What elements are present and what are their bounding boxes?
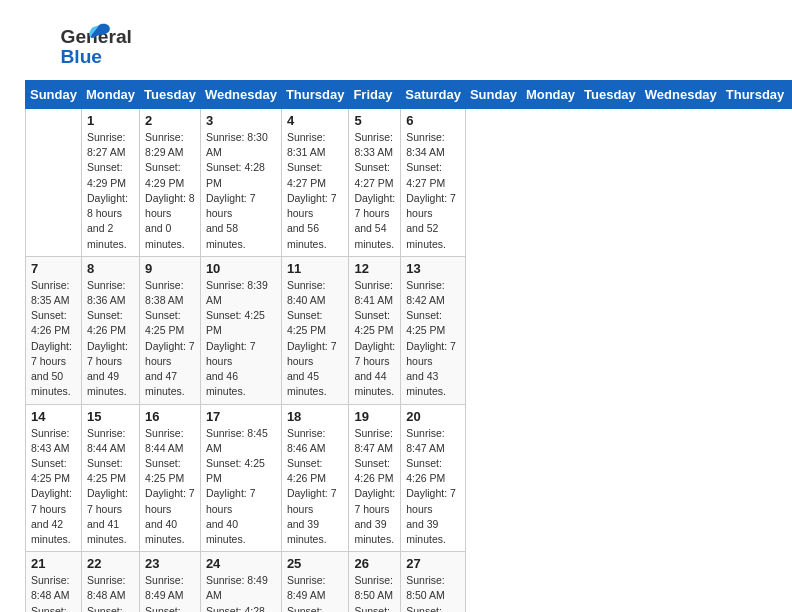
calendar-cell: 14Sunrise: 8:43 AMSunset: 4:25 PMDayligh… — [26, 404, 82, 552]
calendar-cell: 13Sunrise: 8:42 AMSunset: 4:25 PMDayligh… — [401, 256, 466, 404]
day-info: Sunrise: 8:33 AMSunset: 4:27 PMDaylight:… — [354, 130, 395, 252]
day-info: Sunrise: 8:36 AMSunset: 4:26 PMDaylight:… — [87, 278, 134, 400]
calendar-table: SundayMondayTuesdayWednesdayThursdayFrid… — [25, 80, 792, 612]
day-number: 8 — [87, 261, 134, 276]
calendar-cell: 19Sunrise: 8:47 AMSunset: 4:26 PMDayligh… — [349, 404, 401, 552]
day-number: 21 — [31, 556, 76, 571]
day-info: Sunrise: 8:34 AMSunset: 4:27 PMDaylight:… — [406, 130, 460, 252]
calendar-cell: 9Sunrise: 8:38 AMSunset: 4:25 PMDaylight… — [140, 256, 201, 404]
day-of-week-header: Friday — [349, 81, 401, 109]
day-of-week-header: Sunday — [26, 81, 82, 109]
day-info: Sunrise: 8:49 AMSunset: 4:29 PMDaylight:… — [287, 573, 344, 612]
day-of-week-header: Wednesday — [200, 81, 281, 109]
day-number: 10 — [206, 261, 276, 276]
calendar-cell: 18Sunrise: 8:46 AMSunset: 4:26 PMDayligh… — [281, 404, 349, 552]
day-number: 27 — [406, 556, 460, 571]
calendar-cell: 3Sunrise: 8:30 AMSunset: 4:28 PMDaylight… — [200, 109, 281, 257]
weekday-header: Thursday — [721, 81, 789, 109]
calendar-week-row: 14Sunrise: 8:43 AMSunset: 4:25 PMDayligh… — [26, 404, 793, 552]
weekday-header: Sunday — [465, 81, 521, 109]
day-number: 14 — [31, 409, 76, 424]
day-number: 20 — [406, 409, 460, 424]
weekday-header: Wednesday — [640, 81, 721, 109]
calendar-cell: 20Sunrise: 8:47 AMSunset: 4:26 PMDayligh… — [401, 404, 466, 552]
day-info: Sunrise: 8:49 AMSunset: 4:28 PMDaylight:… — [145, 573, 195, 612]
calendar-header-row: SundayMondayTuesdayWednesdayThursdayFrid… — [26, 81, 793, 109]
calendar-cell: 11Sunrise: 8:40 AMSunset: 4:25 PMDayligh… — [281, 256, 349, 404]
day-number: 11 — [287, 261, 344, 276]
weekday-header: Monday — [521, 81, 579, 109]
day-info: Sunrise: 8:47 AMSunset: 4:26 PMDaylight:… — [406, 426, 460, 548]
day-info: Sunrise: 8:43 AMSunset: 4:25 PMDaylight:… — [31, 426, 76, 548]
day-number: 22 — [87, 556, 134, 571]
day-info: Sunrise: 8:41 AMSunset: 4:25 PMDaylight:… — [354, 278, 395, 400]
day-info: Sunrise: 8:44 AMSunset: 4:25 PMDaylight:… — [145, 426, 195, 548]
day-number: 19 — [354, 409, 395, 424]
calendar-cell: 21Sunrise: 8:48 AMSunset: 4:27 PMDayligh… — [26, 552, 82, 612]
day-number: 2 — [145, 113, 195, 128]
day-number: 9 — [145, 261, 195, 276]
calendar-cell: 27Sunrise: 8:50 AMSunset: 4:31 PMDayligh… — [401, 552, 466, 612]
day-info: Sunrise: 8:27 AMSunset: 4:29 PMDaylight:… — [87, 130, 134, 252]
day-info: Sunrise: 8:48 AMSunset: 4:27 PMDaylight:… — [31, 573, 76, 612]
calendar-cell: 15Sunrise: 8:44 AMSunset: 4:25 PMDayligh… — [81, 404, 139, 552]
calendar-cell: 16Sunrise: 8:44 AMSunset: 4:25 PMDayligh… — [140, 404, 201, 552]
day-number: 15 — [87, 409, 134, 424]
day-number: 3 — [206, 113, 276, 128]
day-number: 7 — [31, 261, 76, 276]
calendar-cell: 17Sunrise: 8:45 AMSunset: 4:25 PMDayligh… — [200, 404, 281, 552]
day-info: Sunrise: 8:30 AMSunset: 4:28 PMDaylight:… — [206, 130, 276, 252]
logo: General Blue — [25, 20, 145, 72]
day-info: Sunrise: 8:49 AMSunset: 4:28 PMDaylight:… — [206, 573, 276, 612]
calendar-cell: 4Sunrise: 8:31 AMSunset: 4:27 PMDaylight… — [281, 109, 349, 257]
day-info: Sunrise: 8:44 AMSunset: 4:25 PMDaylight:… — [87, 426, 134, 548]
day-number: 24 — [206, 556, 276, 571]
day-info: Sunrise: 8:38 AMSunset: 4:25 PMDaylight:… — [145, 278, 195, 400]
calendar-cell: 1Sunrise: 8:27 AMSunset: 4:29 PMDaylight… — [81, 109, 139, 257]
day-number: 6 — [406, 113, 460, 128]
page-header: General Blue — [25, 20, 767, 72]
day-number: 25 — [287, 556, 344, 571]
calendar-cell: 10Sunrise: 8:39 AMSunset: 4:25 PMDayligh… — [200, 256, 281, 404]
day-number: 5 — [354, 113, 395, 128]
day-number: 13 — [406, 261, 460, 276]
day-info: Sunrise: 8:29 AMSunset: 4:29 PMDaylight:… — [145, 130, 195, 252]
calendar-cell: 12Sunrise: 8:41 AMSunset: 4:25 PMDayligh… — [349, 256, 401, 404]
day-number: 17 — [206, 409, 276, 424]
calendar-week-row: 1Sunrise: 8:27 AMSunset: 4:29 PMDaylight… — [26, 109, 793, 257]
day-info: Sunrise: 8:46 AMSunset: 4:26 PMDaylight:… — [287, 426, 344, 548]
svg-text:Blue: Blue — [60, 46, 102, 67]
calendar-cell: 6Sunrise: 8:34 AMSunset: 4:27 PMDaylight… — [401, 109, 466, 257]
day-number: 1 — [87, 113, 134, 128]
logo-icon: General Blue — [25, 20, 145, 72]
calendar-cell: 25Sunrise: 8:49 AMSunset: 4:29 PMDayligh… — [281, 552, 349, 612]
calendar-cell: 24Sunrise: 8:49 AMSunset: 4:28 PMDayligh… — [200, 552, 281, 612]
calendar-week-row: 7Sunrise: 8:35 AMSunset: 4:26 PMDaylight… — [26, 256, 793, 404]
weekday-header: Tuesday — [580, 81, 641, 109]
calendar-cell: 7Sunrise: 8:35 AMSunset: 4:26 PMDaylight… — [26, 256, 82, 404]
calendar-cell: 5Sunrise: 8:33 AMSunset: 4:27 PMDaylight… — [349, 109, 401, 257]
day-of-week-header: Thursday — [281, 81, 349, 109]
day-of-week-header: Tuesday — [140, 81, 201, 109]
day-number: 23 — [145, 556, 195, 571]
day-info: Sunrise: 8:39 AMSunset: 4:25 PMDaylight:… — [206, 278, 276, 400]
day-info: Sunrise: 8:45 AMSunset: 4:25 PMDaylight:… — [206, 426, 276, 548]
day-info: Sunrise: 8:50 AMSunset: 4:31 PMDaylight:… — [406, 573, 460, 612]
calendar-cell: 2Sunrise: 8:29 AMSunset: 4:29 PMDaylight… — [140, 109, 201, 257]
day-number: 26 — [354, 556, 395, 571]
calendar-cell: 22Sunrise: 8:48 AMSunset: 4:27 PMDayligh… — [81, 552, 139, 612]
calendar-week-row: 21Sunrise: 8:48 AMSunset: 4:27 PMDayligh… — [26, 552, 793, 612]
calendar-cell: 26Sunrise: 8:50 AMSunset: 4:30 PMDayligh… — [349, 552, 401, 612]
day-info: Sunrise: 8:42 AMSunset: 4:25 PMDaylight:… — [406, 278, 460, 400]
day-number: 4 — [287, 113, 344, 128]
day-of-week-header: Monday — [81, 81, 139, 109]
calendar-cell: 23Sunrise: 8:49 AMSunset: 4:28 PMDayligh… — [140, 552, 201, 612]
day-info: Sunrise: 8:50 AMSunset: 4:30 PMDaylight:… — [354, 573, 395, 612]
day-info: Sunrise: 8:40 AMSunset: 4:25 PMDaylight:… — [287, 278, 344, 400]
day-info: Sunrise: 8:31 AMSunset: 4:27 PMDaylight:… — [287, 130, 344, 252]
day-info: Sunrise: 8:35 AMSunset: 4:26 PMDaylight:… — [31, 278, 76, 400]
day-number: 16 — [145, 409, 195, 424]
day-number: 18 — [287, 409, 344, 424]
calendar-cell: 8Sunrise: 8:36 AMSunset: 4:26 PMDaylight… — [81, 256, 139, 404]
day-info: Sunrise: 8:47 AMSunset: 4:26 PMDaylight:… — [354, 426, 395, 548]
